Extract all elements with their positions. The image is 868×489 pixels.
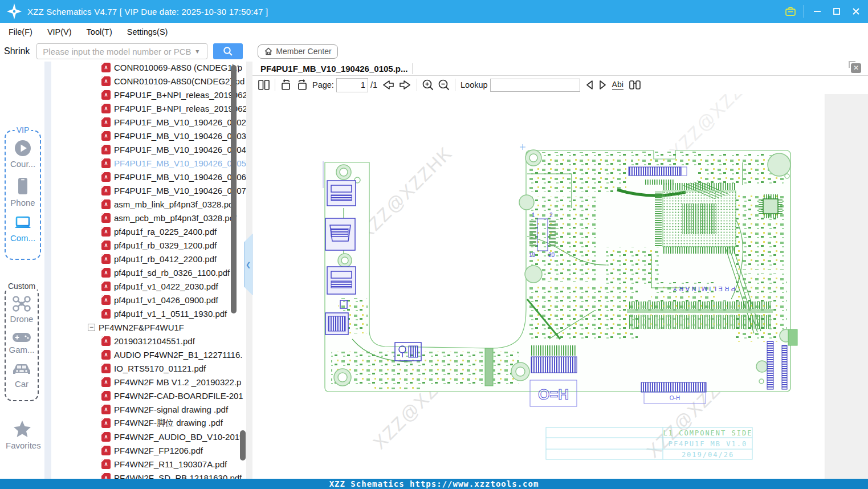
- tree-file[interactable]: PF4WN2F_R11_190307A.pdf: [51, 457, 246, 471]
- rotate-right-button[interactable]: [295, 78, 309, 92]
- menu-tool[interactable]: Tool(T): [87, 27, 112, 36]
- tree-file[interactable]: pf4pu1f_rb_0329_1200.pdf: [51, 238, 246, 252]
- tree-file[interactable]: 20190312104551.pdf: [51, 334, 246, 348]
- shrink-button[interactable]: Shrink: [4, 46, 30, 56]
- tree-file[interactable]: PF4WN2F_AUDIO_BD_V10-2019: [51, 430, 246, 443]
- tree-file[interactable]: PF4WN2F-signal drawing .pdf: [51, 402, 246, 416]
- tree-file[interactable]: PF4PU1F_MB_V10_190426_0106: [51, 170, 246, 184]
- tree-file[interactable]: PF4PU1F_MB_V10_190426_0103: [51, 129, 246, 142]
- tree-file[interactable]: PF4WN2F-脚位 drawing .pdf: [51, 416, 246, 430]
- tree-file[interactable]: PF4PU1F_MB_V10_190426_0104: [51, 142, 246, 156]
- zoom-in-button[interactable]: [421, 78, 435, 92]
- tree-item-label: pf4pu1f_v1_0422_2030.pdf: [114, 282, 218, 291]
- menu-settings[interactable]: Settings(S): [127, 27, 168, 36]
- minimize-button[interactable]: [809, 3, 826, 20]
- license-briefcase-icon[interactable]: [782, 3, 799, 20]
- pdf-file-icon: [101, 90, 111, 100]
- tree-file[interactable]: PF4WN2F-CAD-BOARDFILE-201: [51, 389, 246, 402]
- tree-file[interactable]: CONR010109-A8S0(CNDEG2).pd: [51, 74, 246, 88]
- arrow-right-icon: [398, 78, 413, 92]
- rotate-left-icon: [279, 78, 293, 92]
- tree-file[interactable]: IO_RTS5170_01121.pdf: [51, 361, 246, 375]
- status-bar: XZZ Schematics https://www.xzztools.com: [0, 479, 868, 489]
- tree-group[interactable]: −PF4WN2F&PF4WU1F: [51, 320, 246, 334]
- edge-connector: [485, 348, 493, 386]
- sidebar-item-car[interactable]: Car: [12, 362, 31, 389]
- tree-file[interactable]: PF4PU1F_B+NPI_releas_2019062: [51, 101, 246, 115]
- member-center-button[interactable]: Member Center: [258, 44, 337, 59]
- custom-group: Custom Drone Gam...: [5, 286, 39, 401]
- prev-result-button[interactable]: [585, 79, 595, 91]
- search-button[interactable]: [213, 43, 243, 59]
- pdf-file-icon: [101, 131, 111, 141]
- page-number-input[interactable]: [336, 78, 368, 92]
- pdf-file-icon: [101, 309, 111, 319]
- sidebar-item-course[interactable]: Cour...: [10, 139, 35, 169]
- chevron-left-icon: ❮: [246, 261, 251, 268]
- next-result-button[interactable]: [597, 79, 608, 91]
- tree-file[interactable]: pf4pu1f_ra_0225_2400.pdf: [51, 225, 246, 238]
- crosshair-mark: [520, 144, 525, 150]
- menu-vip[interactable]: VIP(V): [47, 27, 72, 36]
- zoom-in-icon: [421, 78, 435, 92]
- sidebar-item-drone[interactable]: Drone: [10, 295, 34, 324]
- pdf-file-icon: [101, 336, 111, 346]
- close-icon: [851, 6, 861, 17]
- zoom-out-button[interactable]: [437, 78, 451, 92]
- tree-file[interactable]: PF4PU1F_MB_V10_190426_0102: [51, 115, 246, 129]
- chevron-down-icon[interactable]: ▾: [195, 47, 207, 55]
- tree-file[interactable]: CONR010069-A8S0 (CNDEG1).p: [51, 60, 246, 74]
- sidebar-item-label: Car: [15, 379, 28, 389]
- tree-file[interactable]: asm_pcb_mb_pf4pn3f_0328.pdf: [51, 211, 246, 225]
- next-page-button[interactable]: [398, 78, 413, 92]
- close-button[interactable]: [847, 3, 865, 20]
- match-case-button[interactable]: Abi: [612, 80, 624, 90]
- sidebar-scroll-strip[interactable]: [44, 62, 51, 479]
- tree-item-label: IO_RTS5170_01121.pdf: [114, 364, 206, 373]
- lookup-input[interactable]: [490, 79, 580, 92]
- tree-file[interactable]: PF4WN2F_FP1206.pdf: [51, 443, 246, 457]
- menu-file[interactable]: File(F): [9, 27, 32, 36]
- prev-page-button[interactable]: [381, 78, 396, 92]
- card-reader-connector: [325, 313, 348, 335]
- model-search-input[interactable]: [37, 47, 195, 56]
- tree-file[interactable]: pf4pu1f_v1_0426_0900.pdf: [51, 293, 246, 307]
- document-tab[interactable]: PF4PU1F_MB_V10_190426_0105.p...: [252, 62, 416, 76]
- titleblock-board: PF4PU1F MB V1.0: [669, 440, 747, 448]
- maximize-button[interactable]: [828, 3, 845, 20]
- collapse-panel-handle[interactable]: ❮: [244, 234, 252, 295]
- tree-file[interactable]: PF4PU1F_B+NPI_releas_2019062: [51, 88, 246, 101]
- tree-file[interactable]: pf4pu1f_v1_1_0511_1930.pdf: [51, 307, 246, 320]
- panel-scrollbar-thumb[interactable]: [240, 430, 246, 461]
- search-results-button[interactable]: [628, 79, 642, 91]
- sidebar-item-computer[interactable]: Com...: [10, 215, 35, 243]
- binoculars-icon: [628, 79, 642, 91]
- tree-item-label: PF4PU1F_MB_V10_190426_0106: [114, 172, 246, 182]
- collapse-minus-icon[interactable]: −: [88, 324, 95, 331]
- tree-file[interactable]: pf4pu1f_v1_0422_2030.pdf: [51, 279, 246, 293]
- sidebar-item-favorites[interactable]: Favorites: [0, 419, 44, 450]
- scroll-up-arrow[interactable]: ^: [237, 64, 239, 71]
- sidebar-item-game[interactable]: Gam...: [9, 332, 34, 354]
- close-tab-icon[interactable]: ✕: [851, 63, 861, 73]
- rotate-left-button[interactable]: [279, 78, 293, 92]
- briefcase-icon: [784, 5, 797, 18]
- sidebar-item-phone[interactable]: Phone: [10, 177, 35, 207]
- tree-item-label: PF4WN2F-signal drawing .pdf: [114, 405, 228, 414]
- tree-file[interactable]: PF4PU1F_MB_V10_190426_0105: [51, 156, 246, 170]
- tree-scrollbar-thumb[interactable]: [231, 65, 237, 313]
- pdf-viewport[interactable]: XZZ@XZZHK XZZ@XZZHK XZZ@XZZHK XZZ@XZZHK: [252, 94, 868, 479]
- category-sidebar: VIP Cour... Phone: [0, 62, 44, 479]
- tree-file[interactable]: pf4pu1f_sd_rb_0326_1100.pdf: [51, 266, 246, 279]
- two-page-view-button[interactable]: [257, 78, 271, 92]
- pdf-file-icon: [101, 76, 111, 86]
- tree-file[interactable]: asm_mb_link_pf4pn3f_0328.pdf: [51, 197, 246, 211]
- tree-file[interactable]: AUDIO PF4WN2F_B1_12271116.: [51, 348, 246, 361]
- model-search-box: ▾: [36, 43, 207, 59]
- tree-file[interactable]: PF4PU1F_MB_V10_190426_0107: [51, 184, 246, 197]
- pdf-file-icon: [101, 459, 111, 469]
- tree-file[interactable]: pf4pu1f_rb_0412_2200.pdf: [51, 252, 246, 266]
- tree-file[interactable]: PF4WN2F_SD_RB 12181630.pdf: [51, 471, 246, 479]
- maximize-icon: [832, 6, 842, 17]
- tree-file[interactable]: PF4WN2F MB V1.2 _20190322.p: [51, 375, 246, 389]
